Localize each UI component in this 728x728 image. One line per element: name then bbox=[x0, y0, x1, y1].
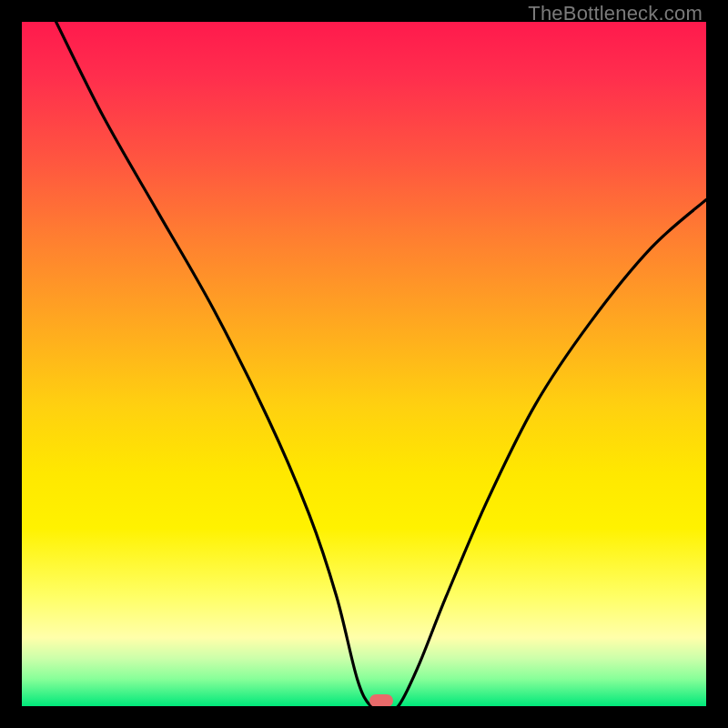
optimal-point-marker bbox=[369, 694, 393, 706]
chart-frame: TheBottleneck.com bbox=[0, 0, 728, 728]
bottleneck-curve bbox=[22, 22, 706, 706]
watermark-label: TheBottleneck.com bbox=[528, 2, 703, 25]
plot-area bbox=[22, 22, 706, 706]
